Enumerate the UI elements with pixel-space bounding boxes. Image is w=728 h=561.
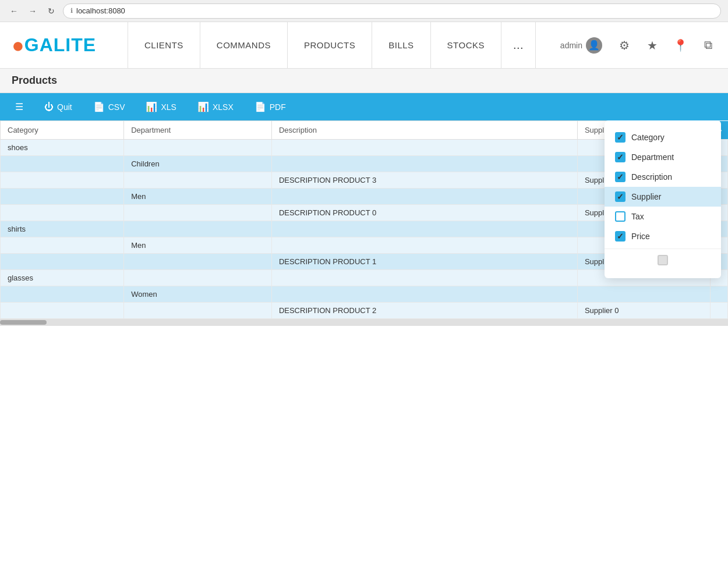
cell-expand (711, 303, 728, 319)
dropdown-label-category: Category (631, 133, 665, 142)
cell-category (1, 172, 124, 189)
dropdown-item-tax[interactable]: Tax (605, 207, 721, 226)
dropdown-label-price: Price (631, 232, 650, 241)
cell-category (1, 156, 124, 172)
csv-button[interactable]: 📄 CSV (85, 98, 133, 116)
cell-category (1, 189, 124, 205)
xlsx-button[interactable]: 📊 XLSX (189, 98, 242, 116)
page-title: Products (12, 74, 716, 87)
admin-button[interactable]: admin 👤 (556, 35, 607, 56)
col-description[interactable]: Description (271, 121, 577, 140)
nav-clients[interactable]: CLIENTS (128, 22, 200, 68)
refresh-button[interactable]: ↻ (44, 4, 58, 18)
cell-category: shoes (1, 140, 124, 156)
logo-dot: ● (12, 33, 24, 58)
xls-button[interactable]: 📊 XLS (137, 98, 184, 116)
dropdown-item-price[interactable]: ✓Price (605, 226, 721, 246)
admin-label: admin (560, 41, 582, 50)
cell-description (271, 189, 577, 205)
csv-file-icon: 📄 (93, 101, 105, 112)
browser-chrome: ← → ↻ ℹ localhost:8080 (0, 0, 728, 22)
nav-products[interactable]: PRODUCTS (288, 22, 372, 68)
copy-button[interactable]: ⧉ (698, 35, 719, 56)
table-row[interactable]: Women (1, 286, 728, 303)
cell-description (271, 156, 577, 172)
cell-description: DESCRIPTION PRODUCT 2 (271, 303, 577, 319)
favorites-button[interactable]: ★ (642, 35, 663, 56)
cell-supplier (577, 286, 710, 303)
cell-description: DESCRIPTION PRODUCT 3 (271, 172, 577, 189)
logo-text: GALITE (24, 34, 96, 56)
dropdown-item-category[interactable]: ✓Category (605, 127, 721, 147)
checkbox-price[interactable]: ✓ (615, 231, 625, 242)
pdf-button[interactable]: 📄 PDF (246, 98, 294, 116)
column-dropdown-panel: ✓Category✓Department✓Description✓Supplie… (605, 120, 721, 278)
back-button[interactable]: ← (7, 4, 21, 18)
cell-category (1, 205, 124, 221)
url-text: localhost:8080 (76, 6, 125, 15)
col-category[interactable]: Category (1, 121, 124, 140)
table-container: Category Department Description Supplier… (0, 120, 728, 319)
cell-category (1, 286, 124, 303)
location-icon: 📍 (673, 38, 688, 52)
star-icon: ★ (647, 38, 658, 52)
cell-category (1, 237, 124, 254)
cell-department (124, 303, 272, 319)
cell-department: Men (124, 237, 272, 254)
table-row[interactable]: DESCRIPTION PRODUCT 2Supplier 0 (1, 303, 728, 319)
toolbar: ☰ ⏻ Quit 📄 CSV 📊 XLS 📊 XLSX 📄 PDF (0, 93, 728, 120)
forward-button[interactable]: → (26, 4, 40, 18)
scroll-thumb[interactable] (0, 320, 47, 325)
cell-department: Men (124, 189, 272, 205)
col-department[interactable]: Department (124, 121, 272, 140)
cell-description (271, 237, 577, 254)
cell-category: glasses (1, 270, 124, 286)
page-header: Products (0, 69, 728, 93)
checkbox-category[interactable]: ✓ (615, 132, 625, 143)
dropdown-footer-checkbox[interactable] (658, 255, 668, 265)
xlsx-label: XLSX (213, 102, 234, 112)
nav-more[interactable]: ... (501, 22, 536, 68)
settings-button[interactable]: ⚙ (614, 35, 635, 56)
cell-category (1, 303, 124, 319)
checkbox-tax[interactable] (615, 211, 625, 222)
cell-department: Children (124, 156, 272, 172)
cell-supplier: Supplier 0 (577, 303, 710, 319)
url-bar[interactable]: ℹ localhost:8080 (63, 3, 721, 19)
xls-file-icon: 📊 (146, 101, 157, 112)
pdf-file-icon: 📄 (255, 101, 266, 112)
cell-department (124, 270, 272, 286)
cell-description (271, 221, 577, 237)
quit-label: Quit (57, 102, 72, 112)
logo-area: ● GALITE (0, 22, 128, 68)
checkbox-description[interactable]: ✓ (615, 172, 625, 182)
dropdown-item-description[interactable]: ✓Description (605, 167, 721, 187)
admin-icon: 👤 (586, 37, 602, 54)
dropdown-item-supplier[interactable]: ✓Supplier (605, 187, 721, 207)
nav-actions: admin 👤 ⚙ ★ 📍 ⧉ (546, 22, 728, 68)
copy-icon: ⧉ (704, 38, 712, 52)
dropdown-label-supplier: Supplier (631, 192, 661, 201)
menu-button[interactable]: ☰ (7, 98, 31, 116)
dropdown-label-description: Description (631, 172, 672, 182)
dropdown-label-department: Department (631, 152, 674, 162)
horizontal-scrollbar[interactable] (0, 319, 728, 326)
nav-commands[interactable]: COMMANDS (200, 22, 288, 68)
nav-stocks[interactable]: STOCKS (431, 22, 501, 68)
cell-description: DESCRIPTION PRODUCT 0 (271, 205, 577, 221)
quit-button[interactable]: ⏻ Quit (36, 98, 80, 116)
pdf-label: PDF (270, 102, 286, 112)
cell-description (271, 270, 577, 286)
dropdown-footer (605, 248, 721, 271)
nav-bills[interactable]: BILLS (372, 22, 430, 68)
checkbox-department[interactable]: ✓ (615, 152, 625, 162)
person-icon: 👤 (588, 40, 600, 51)
cell-description (271, 140, 577, 156)
nav-links: CLIENTS COMMANDS PRODUCTS BILLS STOCKS .… (128, 22, 546, 68)
cell-department (124, 205, 272, 221)
url-security-icon: ℹ (70, 7, 73, 15)
location-button[interactable]: 📍 (670, 35, 691, 56)
cell-description: DESCRIPTION PRODUCT 1 (271, 254, 577, 270)
dropdown-item-department[interactable]: ✓Department (605, 147, 721, 167)
checkbox-supplier[interactable]: ✓ (615, 191, 625, 202)
